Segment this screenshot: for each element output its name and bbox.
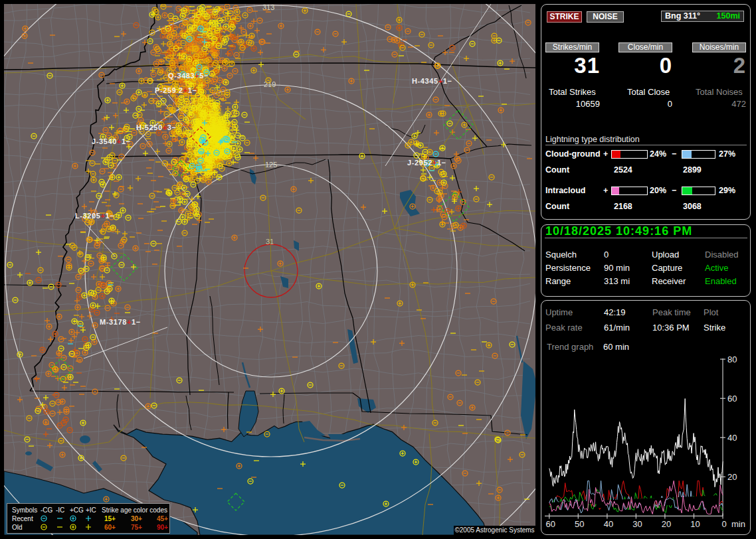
svg-text:50: 50 [575,519,584,529]
svg-text:90+: 90+ [157,524,168,531]
svg-text:H-5250+3−: H-5250+3− [136,123,176,131]
svg-text:M-3178+1−: M-3178+1− [100,318,141,326]
svg-text:L-3205+1−: L-3205+1− [75,212,114,220]
svg-text:15+: 15+ [104,515,116,522]
svg-text:-IC: -IC [56,506,64,514]
svg-text:J-2952+1−: J-2952+1− [407,159,446,167]
svg-text:Q-3483+5−: Q-3483+5− [168,72,209,80]
svg-text:min: min [731,519,745,529]
svg-text:10: 10 [690,519,700,529]
svg-text:+CG: +CG [70,506,84,514]
svg-text:60: 60 [727,394,737,404]
svg-text:31: 31 [266,238,274,246]
svg-text:P-259 2+1−: P-259 2+1− [155,86,197,94]
svg-text:75+: 75+ [131,524,142,531]
svg-text:60: 60 [546,519,555,529]
svg-text:+IC: +IC [86,506,96,514]
svg-text:80: 80 [727,354,737,364]
svg-text:60+: 60+ [104,524,116,531]
svg-text:Recent: Recent [12,515,33,522]
svg-text:20: 20 [727,472,737,482]
svg-text:20: 20 [662,519,671,529]
svg-text:45+: 45+ [157,515,168,522]
svg-text:125: 125 [265,161,277,169]
svg-text:40: 40 [604,519,613,529]
svg-text:30: 30 [632,519,642,529]
svg-text:Symbols: Symbols [12,506,37,514]
svg-text:-CG: -CG [41,506,53,514]
svg-text:Strike age color codes: Strike age color codes [102,506,167,514]
svg-text:0: 0 [721,519,726,529]
svg-text:30+: 30+ [131,515,142,522]
svg-text:40: 40 [727,433,737,443]
svg-text:H-4345+1−: H-4345+1− [412,77,452,85]
svg-text:Old: Old [12,524,23,531]
svg-text:J-3540+1−: J-3540+1− [92,137,131,145]
